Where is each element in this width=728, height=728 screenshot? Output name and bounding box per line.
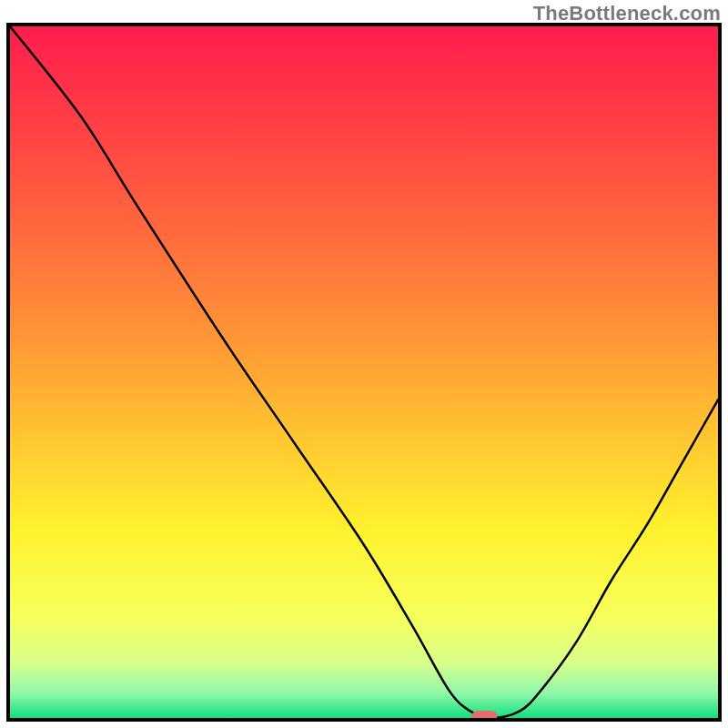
current-config-marker [471, 711, 497, 718]
chart-container: TheBottleneck.com [0, 0, 728, 728]
gradient-background [10, 26, 718, 718]
chart-svg [10, 26, 718, 718]
watermark-text: TheBottleneck.com [533, 2, 721, 25]
chart-frame [6, 23, 722, 722]
